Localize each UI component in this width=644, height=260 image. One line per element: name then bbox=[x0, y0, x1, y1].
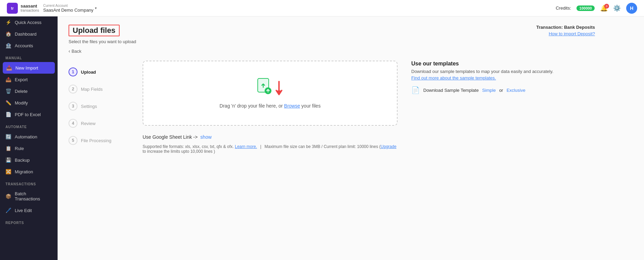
sidebar-label-delete: Delete bbox=[15, 89, 28, 94]
sidebar-label-backup: Backup bbox=[15, 158, 29, 163]
account-chevron-icon: ▾ bbox=[95, 6, 97, 10]
account-selector[interactable]: Current Account SaasAnt Demo Company ▾ bbox=[43, 4, 97, 13]
step-2-label: Map Fields bbox=[81, 87, 103, 92]
sidebar-item-modify[interactable]: ✏️ Modify bbox=[0, 97, 58, 109]
import-help-link[interactable]: How to import Deposit? bbox=[536, 31, 595, 36]
or-label: or bbox=[499, 88, 503, 93]
google-sheet-label: Use Google Sheet Link -> show bbox=[143, 134, 211, 140]
logo-text-group: saasant transactions bbox=[21, 4, 39, 12]
logo-name-top: saasant bbox=[21, 4, 39, 9]
step-5-num: 5 bbox=[69, 136, 77, 145]
dashboard-icon: 🏠 bbox=[5, 31, 11, 37]
sidebar-label-automation: Automation bbox=[15, 134, 37, 139]
account-label: Current Account bbox=[43, 4, 94, 8]
migration-icon: 🔀 bbox=[5, 169, 11, 174]
template-download: 📄 Download Sample Template Simple or Exc… bbox=[411, 86, 587, 94]
sidebar-item-rule[interactable]: 📋 Rule bbox=[0, 143, 58, 154]
quick-access-icon: ⚡ bbox=[5, 20, 11, 25]
step-2: 2 Map Fields bbox=[69, 81, 137, 98]
steps-panel: 1 Upload 2 Map Fields 3 Settings 4 Revie… bbox=[69, 61, 137, 154]
header-right: Credits: 100000 🔔 0 ⚙️ H bbox=[556, 3, 637, 14]
sidebar-section-transactions: TRANSACTIONS bbox=[0, 177, 58, 188]
backup-icon: 💾 bbox=[5, 157, 11, 163]
sidebar-item-backup[interactable]: 💾 Backup bbox=[0, 154, 58, 166]
upgrade-suffix: to increase the limits upto 10,000 lines… bbox=[143, 149, 215, 154]
step-3: 3 Settings bbox=[69, 98, 137, 115]
learn-more-link[interactable]: Learn more. bbox=[235, 144, 257, 149]
notification-button[interactable]: 🔔 0 bbox=[600, 4, 608, 12]
transaction-label: Transaction: bbox=[536, 25, 563, 30]
sidebar-item-new-import[interactable]: 📥 New Import bbox=[3, 62, 55, 74]
step-5: 5 File Processing bbox=[69, 132, 137, 149]
sidebar-label-pdf-to-excel: PDF to Excel bbox=[15, 112, 41, 117]
supported-text: Supported file formats: xls, xlsx, csv, … bbox=[143, 144, 234, 149]
google-sheet-show-link[interactable]: show bbox=[201, 134, 212, 140]
sidebar-item-dashboard[interactable]: 🏠 Dashboard bbox=[0, 28, 58, 40]
sidebar-item-pdf-to-excel[interactable]: 📄 PDF to Excel bbox=[0, 109, 58, 120]
upgrade-link[interactable]: Upgrade bbox=[381, 144, 397, 149]
transaction-value: Bank Deposits bbox=[564, 25, 595, 30]
download-label: Download Sample Template bbox=[423, 88, 479, 93]
sidebar-item-live-edit[interactable]: 🖊️ Live Edit bbox=[0, 205, 58, 216]
step-4: 4 Review bbox=[69, 115, 137, 132]
sidebar-label-new-import: New Import bbox=[15, 65, 38, 71]
back-icon: ‹ bbox=[69, 48, 70, 54]
drop-zone-icons bbox=[256, 78, 284, 99]
sidebar-label-dashboard: Dashboard bbox=[15, 32, 37, 37]
settings-button[interactable]: ⚙️ bbox=[613, 4, 621, 12]
credits-value: 100000 bbox=[576, 5, 595, 11]
google-sheet-section: Use Google Sheet Link -> show bbox=[143, 134, 398, 140]
footer-separator: | bbox=[260, 144, 261, 149]
header-left: tr saasant transactions Current Account … bbox=[7, 3, 97, 14]
logo: tr saasant transactions bbox=[7, 3, 39, 14]
back-button[interactable]: ‹ Back bbox=[69, 48, 82, 54]
sidebar-item-automation[interactable]: 🔄 Automation bbox=[0, 131, 58, 143]
drop-text-after: your files bbox=[300, 103, 320, 109]
exclusive-template-link[interactable]: Exclusive bbox=[507, 88, 525, 93]
upload-file-icon bbox=[256, 78, 273, 99]
sidebar-label-accounts: Accounts bbox=[15, 43, 33, 48]
google-sheet-text: Use Google Sheet Link -> bbox=[143, 134, 198, 140]
step-2-num: 2 bbox=[69, 85, 77, 94]
back-label: Back bbox=[72, 49, 82, 54]
sidebar-item-delete[interactable]: 🗑️ Delete bbox=[0, 85, 58, 97]
sidebar-section-manual: MANUAL bbox=[0, 51, 58, 62]
page-header: Upload files Select the files you want t… bbox=[69, 25, 595, 46]
sidebar-label-rule: Rule bbox=[15, 146, 24, 151]
templates-find-link[interactable]: Find out more about the sample templates… bbox=[411, 75, 587, 81]
new-import-icon: 📥 bbox=[6, 65, 12, 71]
simple-template-link[interactable]: Simple bbox=[482, 88, 496, 93]
step-5-label: File Processing bbox=[81, 138, 111, 143]
sidebar-label-migration: Migration bbox=[15, 169, 33, 174]
footer-note: Supported file formats: xls, xlsx, csv, … bbox=[143, 144, 398, 154]
batch-transactions-icon: 📦 bbox=[5, 194, 11, 199]
accounts-icon: 🏦 bbox=[5, 43, 11, 48]
templates-desc: Download our sample templates to map you… bbox=[411, 69, 587, 74]
sidebar-item-quick-access[interactable]: ⚡ Quick Access bbox=[0, 16, 58, 28]
right-meta: Transaction: Bank Deposits How to import… bbox=[536, 25, 595, 36]
step-1-num: 1 bbox=[69, 67, 77, 76]
step-3-label: Settings bbox=[81, 104, 97, 109]
notification-badge: 0 bbox=[604, 4, 609, 9]
sidebar-item-accounts[interactable]: 🏦 Accounts bbox=[0, 40, 58, 51]
delete-icon: 🗑️ bbox=[5, 88, 11, 94]
transaction-type: Transaction: Bank Deposits bbox=[536, 25, 595, 30]
step-1-label: Upload bbox=[81, 70, 96, 75]
upload-zone-wrap: Drag 'n' drop your file here, or Browse … bbox=[137, 61, 403, 154]
document-icon: 📄 bbox=[411, 86, 420, 94]
account-info: Current Account SaasAnt Demo Company bbox=[43, 4, 94, 13]
drop-zone[interactable]: Drag 'n' drop your file here, or Browse … bbox=[143, 61, 398, 126]
rule-icon: 📋 bbox=[5, 146, 11, 151]
app-header: tr saasant transactions Current Account … bbox=[0, 0, 644, 16]
drop-arrow-icon bbox=[274, 80, 284, 97]
avatar[interactable]: H bbox=[626, 3, 637, 14]
logo-icon: tr bbox=[7, 3, 18, 14]
credits-label: Credits: bbox=[556, 5, 571, 11]
sidebar-label-modify: Modify bbox=[15, 100, 28, 106]
main-content: Upload files Select the files you want t… bbox=[58, 16, 644, 260]
sidebar-item-export[interactable]: 📤 Export bbox=[0, 74, 58, 85]
sidebar-item-batch-transactions[interactable]: 📦 Batch Transactions bbox=[0, 188, 58, 205]
page-subtitle: Select the files you want to upload bbox=[69, 39, 136, 44]
sidebar-item-migration[interactable]: 🔀 Migration bbox=[0, 166, 58, 177]
browse-link[interactable]: Browse bbox=[284, 103, 300, 109]
